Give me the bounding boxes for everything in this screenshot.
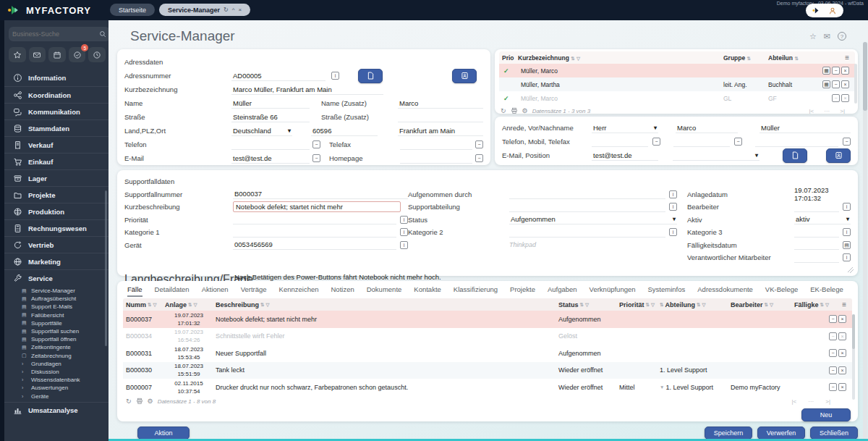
email-send-icon[interactable]: − bbox=[312, 154, 320, 162]
sort-icon[interactable]: ⇅ bbox=[646, 302, 650, 308]
tab-refresh-icon[interactable]: ↻ bbox=[224, 7, 229, 13]
help-icon[interactable]: ? bbox=[838, 32, 846, 41]
tab-close-icon[interactable]: × bbox=[239, 7, 242, 13]
supportabteilung-field[interactable] bbox=[509, 202, 665, 212]
row-minimize-icon[interactable]: − bbox=[829, 366, 837, 374]
address-contact-button[interactable] bbox=[452, 69, 477, 83]
tab-systeminfos[interactable]: Systeminfos bbox=[648, 285, 686, 295]
col-kurzbezeichnung[interactable]: Kurzbezeichnung ⇅ ▽ bbox=[518, 54, 723, 62]
calendar-button[interactable] bbox=[48, 47, 66, 62]
case-row[interactable]: B000007 02.11.201510:37:54 Drucker druck… bbox=[123, 379, 852, 396]
sidebar-item-zeitkontingente[interactable]: ▤Zeitkontingente bbox=[4, 343, 109, 351]
sidebar-item-information[interactable]: Information bbox=[4, 70, 109, 86]
address-document-button[interactable] bbox=[358, 69, 383, 83]
favorites-button[interactable] bbox=[9, 47, 26, 62]
row-minimize-icon[interactable]: − bbox=[829, 332, 837, 340]
filter-icon[interactable]: ▽ bbox=[193, 302, 197, 308]
row-close-icon[interactable]: × bbox=[841, 80, 849, 88]
sidebar-item-vertrieb[interactable]: Vertrieb bbox=[4, 236, 109, 253]
sidebar-item-marketing[interactable]: Marketing bbox=[4, 253, 109, 269]
filter-icon[interactable]: ▽ bbox=[153, 302, 156, 308]
col-abteilung[interactable]: ⇅Abteilung⇅▽ bbox=[657, 301, 728, 308]
bearbeiter-lookup-icon[interactable]: i bbox=[843, 203, 851, 211]
geraet-lookup-icon[interactable]: i bbox=[400, 241, 408, 249]
sort-icon[interactable]: ⇅ bbox=[148, 302, 151, 308]
adressnummer-lookup-icon[interactable]: i bbox=[331, 72, 339, 80]
bearbeiter-field[interactable] bbox=[794, 202, 839, 212]
tab-verknuepfungen[interactable]: Verknüpfungen bbox=[590, 285, 636, 295]
kategorie3-lookup-icon[interactable]: i bbox=[843, 228, 851, 236]
contact-email-field[interactable]: test@test.de bbox=[592, 151, 658, 161]
sidebar-item-auftragsuebersicht[interactable]: ▤Auftragsübersicht bbox=[4, 295, 109, 303]
history-button[interactable] bbox=[88, 47, 106, 62]
telefax-field[interactable] bbox=[400, 140, 472, 150]
telefax-dial-icon[interactable]: − bbox=[475, 140, 483, 148]
page-more-icon[interactable]: ··· bbox=[824, 108, 830, 114]
contact-card-button[interactable] bbox=[826, 148, 851, 163]
contact-card-icon[interactable]: ▦ bbox=[822, 80, 830, 88]
business-search-input[interactable] bbox=[12, 30, 97, 38]
sidebar-item-produktion[interactable]: Produktion bbox=[4, 203, 109, 219]
tab-adressdokumente[interactable]: Adressdokumente bbox=[697, 285, 753, 295]
calendar-lookup-icon[interactable]: ▤ bbox=[843, 241, 851, 249]
sidebar-group-wissensdatenbank[interactable]: ›Wissensdatenbank bbox=[4, 376, 109, 384]
kategorie1-lookup-icon[interactable]: i bbox=[400, 228, 408, 236]
abteilung-lookup-icon[interactable]: i bbox=[669, 203, 677, 211]
page-first-icon[interactable]: |< bbox=[809, 108, 814, 114]
faelligkeitsdatum-field[interactable] bbox=[794, 240, 839, 250]
col-status[interactable]: Status⇅▽ bbox=[556, 301, 616, 308]
filter-icon[interactable]: ▽ bbox=[585, 302, 589, 308]
supportfallnummer-field[interactable]: B000037 bbox=[233, 189, 408, 199]
tab-aufgaben[interactable]: Aufgaben bbox=[548, 285, 577, 295]
contacts-scrollbar[interactable] bbox=[854, 64, 857, 104]
aktiv-select[interactable]: aktiv▾ bbox=[794, 214, 851, 224]
page-last-icon[interactable]: >| bbox=[840, 108, 845, 114]
case-row[interactable]: B000034 19.07.202316:54:26 Schnittstelle… bbox=[123, 328, 852, 345]
row-minimize-icon[interactable]: − bbox=[829, 383, 837, 391]
contact-row[interactable]: ✓ Müller, Marco GL GF −× bbox=[499, 91, 855, 105]
row-minimize-icon[interactable]: − bbox=[832, 80, 840, 88]
refresh-icon[interactable]: ↻ bbox=[126, 398, 132, 405]
status-select[interactable]: Aufgenommen▾ bbox=[509, 214, 677, 224]
tab-aktionen[interactable]: Aktionen bbox=[202, 285, 229, 295]
name-field[interactable]: Müller bbox=[231, 98, 310, 109]
tab-klassifizierung[interactable]: Klassifizierung bbox=[454, 285, 498, 295]
page-last-icon[interactable]: >| bbox=[825, 398, 830, 405]
aufgenommen-lookup-icon[interactable]: i bbox=[669, 190, 677, 198]
ort-field[interactable]: Frankfurt am Main bbox=[398, 126, 483, 136]
tab-kennzeichen[interactable]: Kennzeichen bbox=[279, 285, 319, 295]
page-first-icon[interactable]: |< bbox=[792, 398, 797, 405]
grid-menu-icon[interactable]: ≡ bbox=[839, 301, 852, 308]
sort-icon[interactable]: ⇅ bbox=[765, 302, 768, 308]
contact-row[interactable]: ✓ Müller, Marco ▦−× bbox=[499, 64, 855, 77]
sidebar-scrollbar[interactable] bbox=[105, 190, 107, 346]
mail-button[interactable] bbox=[29, 47, 46, 62]
neu-button[interactable]: Neu bbox=[801, 408, 851, 421]
homepage-field[interactable] bbox=[400, 154, 472, 164]
sidebar-item-verkauf[interactable]: Verkauf bbox=[4, 136, 109, 153]
kurzbezeichnung-field[interactable]: Marco Müller, Frankfurt am Main bbox=[231, 85, 383, 95]
sidebar-item-service[interactable]: Service bbox=[4, 269, 109, 286]
print-icon[interactable] bbox=[136, 398, 143, 405]
sidebar-item-kommunikation[interactable]: Kommunikation bbox=[4, 103, 109, 119]
land-select[interactable]: Deutschland▾ bbox=[231, 126, 292, 136]
refresh-icon[interactable]: ↻ bbox=[501, 108, 506, 114]
verantwortlicher-lookup-icon[interactable]: i bbox=[843, 253, 851, 261]
filter-icon[interactable]: ▽ bbox=[825, 302, 829, 308]
aktion-button[interactable]: Aktion bbox=[137, 427, 190, 440]
verantwortlicher-field[interactable] bbox=[794, 253, 839, 263]
col-prio[interactable]: Prio bbox=[499, 54, 518, 62]
row-close-icon[interactable]: × bbox=[838, 366, 846, 374]
telefon-dial-icon[interactable]: − bbox=[312, 140, 320, 148]
search-icon[interactable] bbox=[99, 30, 106, 38]
sort-icon[interactable]: ⇅ bbox=[571, 56, 574, 61]
tab-notizen[interactable]: Notizen bbox=[331, 285, 354, 295]
tab-dokumente[interactable]: Dokumente bbox=[367, 285, 402, 295]
page-more-icon[interactable]: ··· bbox=[808, 398, 814, 405]
homepage-open-icon[interactable]: − bbox=[475, 154, 483, 162]
tab-service-manager[interactable]: Service-Manager ↻ ^ × bbox=[159, 4, 250, 16]
filter-icon[interactable]: ▽ bbox=[576, 56, 580, 61]
contact-row[interactable]: Müller, Martha leit. Ang. Buchhalt ▦−× bbox=[499, 77, 855, 91]
tab-projekte[interactable]: Projekte bbox=[510, 285, 535, 295]
sort-icon[interactable]: ⇅ bbox=[794, 56, 798, 61]
